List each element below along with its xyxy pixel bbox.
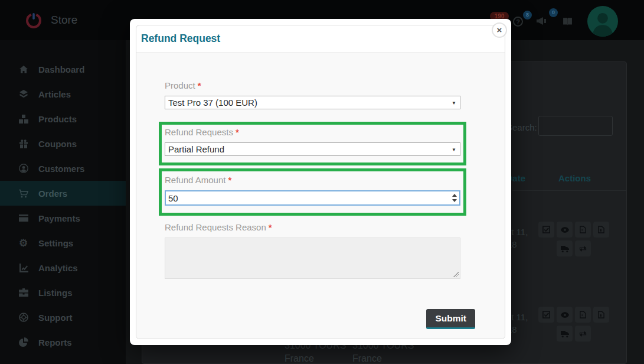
sidebar-item-dashboard[interactable]: Dashboard <box>0 57 126 82</box>
sidebar-item-payments[interactable]: Payments <box>0 206 126 230</box>
sidebar-item-label: Dashboard <box>38 64 84 74</box>
sidebar-item-label: Reports <box>38 337 72 347</box>
search-input[interactable] <box>538 116 613 136</box>
refund-requests-label: Refund Requests* <box>165 128 460 137</box>
required-marker: * <box>269 222 272 232</box>
refund-amount-input[interactable]: 50 <box>165 190 460 206</box>
check-square-icon[interactable] <box>538 307 554 323</box>
box-icon <box>18 90 29 98</box>
sidebar-item-analytics[interactable]: Analytics <box>0 255 126 280</box>
close-icon[interactable]: × <box>492 22 507 38</box>
truck-icon[interactable] <box>557 326 573 342</box>
help-icon[interactable]: ? <box>513 17 523 27</box>
sidebar-item-support[interactable]: Support <box>0 305 126 330</box>
refund-request-modal: × Refund Request Product* Test Pro 37 (1… <box>130 19 511 345</box>
sidebar: Dashboard Articles Products Coupons Cust… <box>0 40 126 364</box>
refund-requests-highlight-box: Refund Requests* Partial Refund ▼ <box>159 122 466 165</box>
refund-requests-select[interactable]: Partial Refund ▼ <box>165 142 460 156</box>
required-marker: * <box>236 127 239 137</box>
reason-textarea[interactable] <box>165 238 460 279</box>
required-marker: * <box>228 175 231 185</box>
product-select[interactable]: Test Pro 37 (100 EUR) ▼ <box>165 96 460 109</box>
modal-title: Refund Request <box>141 32 220 45</box>
repeat-icon[interactable] <box>575 240 591 256</box>
column-header-actions: Actions <box>558 173 591 183</box>
sidebar-item-listings[interactable]: Listings <box>0 280 126 305</box>
life-ring-icon <box>18 313 29 322</box>
sidebar-item-label: Support <box>38 313 73 323</box>
file-p-icon[interactable] <box>593 307 609 323</box>
sidebar-item-label: Payments <box>38 213 80 223</box>
billing-address-line2: France <box>285 353 314 364</box>
user-circle-icon <box>18 164 29 173</box>
announcements-badge: 0 <box>549 8 558 17</box>
required-marker: * <box>198 80 201 90</box>
repeat-icon[interactable] <box>575 326 591 342</box>
chevron-down-icon: ▼ <box>452 100 456 106</box>
eye-icon[interactable] <box>557 307 573 323</box>
reason-field: Refund Requests Reason* <box>165 223 460 281</box>
check-square-icon[interactable] <box>538 222 554 238</box>
refund-requests-select-value: Partial Refund <box>168 144 224 154</box>
power-icon <box>24 9 44 33</box>
reason-label: Refund Requests Reason* <box>165 223 460 232</box>
refund-amount-value: 50 <box>166 191 449 204</box>
file-pdf-icon[interactable] <box>575 307 591 323</box>
sidebar-item-label: Analytics <box>38 263 78 273</box>
sidebar-item-label: Coupons <box>38 139 77 149</box>
shipping-address-line2: France <box>352 353 382 364</box>
sidebar-item-articles[interactable]: Articles <box>0 82 126 106</box>
cubes-icon <box>18 115 29 124</box>
truck-icon[interactable] <box>557 240 573 256</box>
modal-body: Product* Test Pro 37 (100 EUR) ▼ Refund … <box>136 53 505 339</box>
chevron-down-icon: ▼ <box>452 147 456 152</box>
sidebar-item-label: Listings <box>38 288 73 298</box>
submit-button[interactable]: Submit <box>426 309 475 329</box>
brand-name: Store <box>51 14 77 27</box>
gears-icon: ⚙ <box>18 239 29 248</box>
briefcase-icon <box>18 288 29 297</box>
stepper-up-icon[interactable] <box>452 194 457 197</box>
file-pdf-icon[interactable] <box>575 222 591 238</box>
help-count-badge: 8 <box>523 11 532 20</box>
sidebar-item-reports[interactable]: Reports <box>0 330 126 355</box>
file-p-icon[interactable] <box>593 222 609 238</box>
product-label: Product* <box>165 81 460 90</box>
product-field: Product* Test Pro 37 (100 EUR) ▼ <box>165 81 460 109</box>
pie-chart-icon <box>18 337 29 347</box>
chart-line-icon <box>18 264 29 272</box>
sidebar-item-label: Orders <box>38 188 67 199</box>
stepper-down-icon[interactable] <box>452 199 457 202</box>
modal-panel: × Refund Request Product* Test Pro 37 (1… <box>136 25 505 339</box>
sidebar-item-settings[interactable]: ⚙ Settings <box>0 230 126 255</box>
sidebar-item-label: Customers <box>38 164 84 174</box>
credit-card-icon <box>18 214 29 222</box>
sidebar-item-label: Settings <box>38 238 73 248</box>
number-stepper[interactable] <box>449 191 459 204</box>
book-icon[interactable] <box>563 17 573 28</box>
refund-amount-highlight-box: Refund Amount* 50 <box>159 168 466 216</box>
eye-icon[interactable] <box>557 222 573 238</box>
screen: Store 190 ? 8 0 Dashboard Articles <box>0 0 644 364</box>
sidebar-item-label: Articles <box>38 89 71 99</box>
cart-icon <box>18 189 29 198</box>
sidebar-item-orders[interactable]: Orders <box>0 181 126 206</box>
megaphone-icon[interactable] <box>536 17 547 28</box>
sidebar-item-label: Products <box>38 114 77 124</box>
product-select-value: Test Pro 37 (100 EUR) <box>168 98 257 108</box>
home-icon <box>18 65 29 74</box>
table-header-divider <box>512 190 627 191</box>
modal-header: Refund Request <box>136 25 505 53</box>
sidebar-item-customers[interactable]: Customers <box>0 156 126 181</box>
avatar[interactable] <box>587 6 618 37</box>
gift-icon <box>18 139 29 148</box>
sidebar-item-coupons[interactable]: Coupons <box>0 131 126 156</box>
sidebar-item-products[interactable]: Products <box>0 106 126 131</box>
refund-amount-label: Refund Amount* <box>165 176 460 185</box>
